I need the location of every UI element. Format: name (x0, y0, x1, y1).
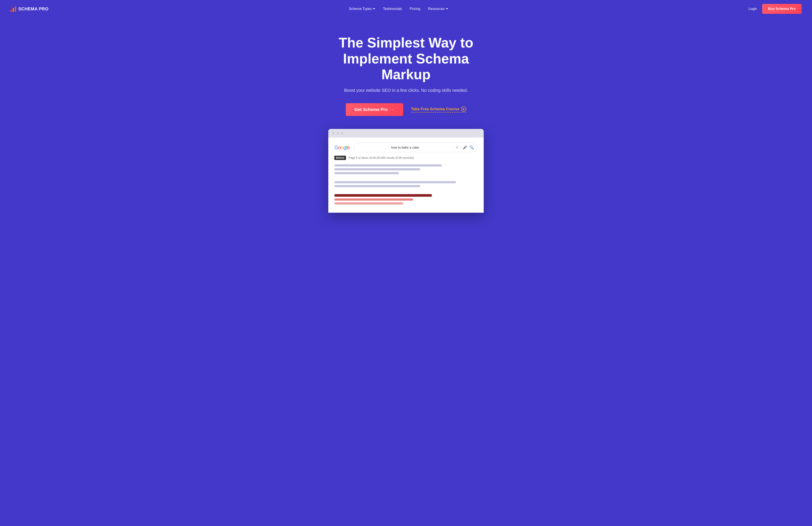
bar-3-icon (15, 6, 16, 12)
search-bar[interactable]: how to bake a cake ✕ 🎤 🔍 (353, 143, 478, 152)
result-line (334, 181, 456, 183)
arrow-icon: → (390, 107, 394, 112)
result-group-3 (334, 194, 478, 204)
browser-toolbar (328, 129, 484, 138)
traffic-light-yellow (336, 132, 339, 134)
nav-right: Login Buy Schema Pro (749, 4, 802, 14)
result-line-pink2 (334, 202, 403, 204)
traffic-light-green (341, 132, 344, 134)
result-line (334, 172, 399, 174)
result-line (334, 168, 420, 170)
google-logo: Google (334, 144, 350, 151)
chevron-down-icon (373, 8, 375, 10)
nav-links: Schema Types Testimonials Pricing Resour… (349, 7, 448, 11)
buy-button[interactable]: Buy Schema Pro (762, 4, 802, 14)
result-line-pink1 (334, 198, 413, 201)
before-badge: Before (334, 156, 346, 160)
get-schema-button[interactable]: Get Schema Pro → (346, 103, 403, 116)
hero-title: The Simplest Way to Implement Schema Mar… (320, 35, 492, 83)
login-link[interactable]: Login (749, 7, 757, 11)
browser-content: Google how to bake a cake ✕ 🎤 🔍 Before (328, 138, 484, 213)
google-search-area: Google how to bake a cake ✕ 🎤 🔍 (334, 143, 478, 152)
result-line (334, 164, 442, 167)
result-line-highlighted (334, 194, 432, 197)
traffic-light-red (332, 132, 335, 134)
browser-mockup-wrapper: Google how to bake a cake ✕ 🎤 🔍 Before (4, 129, 808, 213)
nav-resources[interactable]: Resources (428, 7, 448, 11)
chevron-down-icon (446, 8, 448, 10)
results-text: Page 6 of about 34,60,00,000 results (0.… (349, 156, 414, 159)
nav-testimonials[interactable]: Testimonials (383, 7, 402, 11)
hero-section: The Simplest Way to Implement Schema Mar… (0, 18, 812, 221)
hero-subtitle: Boost your website SEO in a few clicks. … (4, 88, 808, 93)
hero-cta: Get Schema Pro → Take Free Schema Course… (4, 103, 808, 116)
search-clear-icon[interactable]: ✕ (455, 145, 458, 150)
result-group-2 (334, 181, 478, 189)
browser-mockup: Google how to bake a cake ✕ 🎤 🔍 Before (328, 129, 484, 213)
search-query-text: how to bake a cake (357, 145, 453, 149)
search-mic-icon[interactable]: 🎤 (463, 145, 467, 150)
result-line (334, 185, 420, 187)
search-magnifier-icon[interactable]: 🔍 (469, 145, 474, 150)
navbar: SCHEMA PRO Schema Types Testimonials Pri… (0, 0, 812, 18)
nav-pricing[interactable]: Pricing (410, 7, 420, 11)
result-lines (334, 164, 478, 208)
search-divider (460, 145, 461, 150)
results-info: Before Page 6 of about 34,60,00,000 resu… (334, 156, 478, 160)
bar-1-icon (10, 10, 12, 12)
bar-2-icon (13, 8, 14, 12)
logo-icon (10, 6, 16, 12)
logo[interactable]: SCHEMA PRO (10, 6, 48, 12)
logo-text: SCHEMA PRO (18, 6, 48, 12)
nav-schema-types[interactable]: Schema Types (349, 7, 375, 11)
free-course-link[interactable]: Take Free Schema Course ▶ (411, 106, 466, 113)
play-circle-icon: ▶ (461, 106, 466, 112)
result-group-1 (334, 164, 478, 176)
